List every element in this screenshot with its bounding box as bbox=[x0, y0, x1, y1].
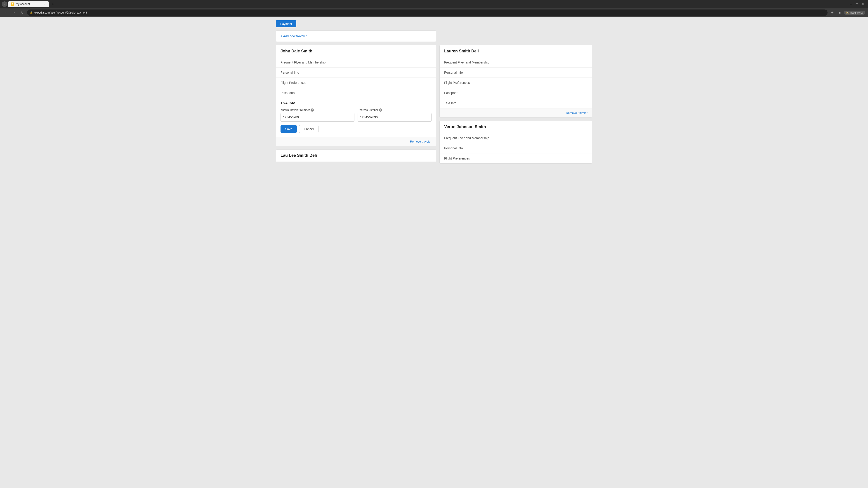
traveler3-frequent-flyer[interactable]: Frequent Flyer and Membership bbox=[440, 57, 592, 68]
back-button[interactable]: ← bbox=[3, 9, 9, 16]
known-traveler-help-icon[interactable]: ? bbox=[311, 108, 314, 111]
known-traveler-label: Known Traveler Number ? bbox=[281, 108, 354, 111]
new-tab-button[interactable]: + bbox=[50, 1, 56, 7]
save-button[interactable]: Save bbox=[281, 125, 297, 133]
traveler3-name: Lauren Smith Deli bbox=[440, 45, 592, 57]
forward-button[interactable]: → bbox=[11, 9, 17, 16]
traveler-card-lauren: Lauren Smith Deli Frequent Flyer and Mem… bbox=[439, 45, 592, 118]
traveler3-personal-info[interactable]: Personal Info bbox=[440, 68, 592, 78]
remove-traveler-link[interactable]: Remove traveler bbox=[410, 140, 432, 143]
tab-close-button[interactable]: ✕ bbox=[42, 2, 46, 6]
redress-field-group: Redress Number ? bbox=[358, 108, 432, 122]
redress-help-icon[interactable]: ? bbox=[379, 108, 382, 111]
traveler1-passports[interactable]: Passports bbox=[276, 88, 436, 98]
traveler4-personal-info[interactable]: Personal Info bbox=[440, 143, 592, 153]
tsa-actions: Save Cancel bbox=[281, 125, 432, 133]
tab-list-button[interactable]: ⌄ bbox=[2, 1, 7, 7]
traveler4-name: Veron Johnson Smith bbox=[440, 121, 592, 133]
redress-input[interactable] bbox=[358, 113, 432, 122]
page-content: Payment + Add new traveler John Dale Smi… bbox=[269, 17, 599, 170]
extensions-button[interactable]: ■ bbox=[837, 9, 843, 16]
tsa-fields: Known Traveler Number ? Redress Number ? bbox=[281, 108, 432, 122]
remove-traveler3-link[interactable]: Remove traveler bbox=[566, 111, 587, 115]
traveler4-frequent-flyer[interactable]: Frequent Flyer and Membership bbox=[440, 133, 592, 143]
url-text: expedia.com/user/account/?&selc=payment bbox=[34, 11, 87, 14]
tab-favicon: E bbox=[11, 2, 14, 6]
bookmark-button[interactable]: ★ bbox=[829, 9, 836, 16]
traveler3-passports[interactable]: Passports bbox=[440, 88, 592, 98]
address-bar-row: ← → ↻ 🔒 expedia.com/user/account/?&selc=… bbox=[0, 8, 868, 17]
tsa-title: TSA Info bbox=[281, 101, 432, 105]
two-col-layout: John Dale Smith Frequent Flyer and Membe… bbox=[276, 45, 592, 164]
incognito-icon: 🕵 bbox=[846, 11, 849, 14]
window-controls: — ◻ ✕ bbox=[849, 2, 866, 6]
cancel-button[interactable]: Cancel bbox=[299, 125, 318, 133]
lock-icon: 🔒 bbox=[30, 11, 33, 14]
address-bar[interactable]: 🔒 expedia.com/user/account/?&selc=paymen… bbox=[27, 9, 828, 16]
address-bar-actions: ★ ■ 🕵 Incognito (2) bbox=[829, 9, 865, 16]
traveler2-name: Lau Lee Smith Deli bbox=[276, 150, 436, 162]
traveler1-name: John Dale Smith bbox=[276, 45, 436, 57]
close-button[interactable]: ✕ bbox=[861, 2, 864, 6]
remove-traveler3-row: Remove traveler bbox=[440, 108, 592, 117]
traveler1-personal-info[interactable]: Personal Info bbox=[276, 68, 436, 78]
tsa-section: TSA Info Known Traveler Number ? Redress… bbox=[276, 98, 436, 137]
add-traveler-card: + Add new traveler bbox=[276, 31, 436, 42]
known-traveler-input[interactable] bbox=[281, 113, 354, 122]
left-column: John Dale Smith Frequent Flyer and Membe… bbox=[276, 45, 436, 162]
traveler1-flight-preferences[interactable]: Flight Preferences bbox=[276, 78, 436, 88]
tab-title: My Account bbox=[16, 2, 30, 6]
incognito-badge: 🕵 Incognito (2) bbox=[844, 11, 865, 15]
traveler-card-lau: Lau Lee Smith Deli bbox=[276, 149, 436, 162]
incognito-label: Incognito (2) bbox=[850, 11, 864, 14]
traveler-card-veron: Veron Johnson Smith Frequent Flyer and M… bbox=[439, 121, 592, 164]
traveler-card-john: John Dale Smith Frequent Flyer and Membe… bbox=[276, 45, 436, 146]
known-traveler-field-group: Known Traveler Number ? bbox=[281, 108, 354, 122]
remove-traveler-row: Remove traveler bbox=[276, 137, 436, 146]
browser-chrome: ⌄ E My Account ✕ + — ◻ ✕ ← → ↻ 🔒 expedia… bbox=[0, 0, 868, 17]
minimize-button[interactable]: — bbox=[849, 2, 852, 6]
add-traveler-link[interactable]: + Add new traveler bbox=[281, 34, 307, 38]
right-column: Lauren Smith Deli Frequent Flyer and Mem… bbox=[439, 45, 592, 164]
payment-tab[interactable]: Payment bbox=[276, 20, 296, 27]
traveler3-flight-preferences[interactable]: Flight Preferences bbox=[440, 78, 592, 88]
tab-bar: ⌄ E My Account ✕ + — ◻ ✕ bbox=[0, 0, 868, 8]
top-nav-bar: Payment bbox=[276, 20, 592, 27]
redress-label: Redress Number ? bbox=[358, 108, 432, 111]
restore-button[interactable]: ◻ bbox=[855, 2, 859, 6]
traveler1-frequent-flyer[interactable]: Frequent Flyer and Membership bbox=[276, 57, 436, 68]
traveler4-flight-preferences[interactable]: Flight Preferences bbox=[440, 153, 592, 163]
traveler3-tsa-info[interactable]: TSA Info bbox=[440, 98, 592, 108]
refresh-button[interactable]: ↻ bbox=[19, 9, 25, 16]
active-tab[interactable]: E My Account ✕ bbox=[8, 1, 49, 7]
